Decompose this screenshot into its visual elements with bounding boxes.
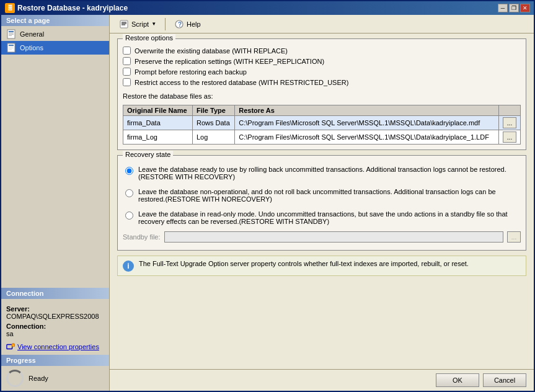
- main-window: 🗄 Restore Database - kadryiplace ─ ❐ ✕ S…: [0, 0, 535, 392]
- help-icon: ?: [174, 19, 184, 29]
- replication-checkbox-row[interactable]: Preserve the replication settings (WITH …: [123, 56, 521, 66]
- row2-browse-cell: ...: [499, 130, 521, 145]
- connection-label: Connection:: [6, 323, 104, 330]
- window-icon: 🗄: [5, 3, 15, 13]
- script-label: Script: [131, 20, 149, 28]
- row2-original: firma_Log: [123, 130, 193, 145]
- prompt-checkbox-row[interactable]: Prompt before restoring each backup: [123, 66, 521, 77]
- table-row: firma_Log Log C:\Program Files\Microsoft…: [123, 130, 521, 145]
- recovery-option-2: Leave the database non-operational, and …: [138, 188, 518, 203]
- help-label: Help: [187, 20, 201, 28]
- close-button[interactable]: ✕: [520, 4, 530, 12]
- recovery-inner: Leave the database ready to use by rolli…: [123, 162, 521, 245]
- overwrite-checkbox[interactable]: [123, 47, 131, 55]
- recovery-radio-3[interactable]: [125, 212, 133, 220]
- script-dropdown-icon: ▼: [151, 21, 156, 27]
- toolbar: Script ▼ ? Help: [110, 15, 534, 33]
- title-bar-left: 🗄 Restore Database - kadryiplace: [5, 3, 128, 13]
- connection-section-title: Connection: [1, 288, 109, 299]
- sidebar: Select a page General: [1, 15, 110, 391]
- restore-options-inner: Overwrite the existing database (WITH RE…: [123, 45, 521, 145]
- col-restore-as: Restore As: [235, 105, 499, 116]
- window-title: Restore Database - kadryiplace: [17, 4, 128, 12]
- sidebar-item-options[interactable]: Options: [1, 41, 109, 55]
- standby-browse-button[interactable]: ...: [507, 231, 521, 243]
- script-icon: [119, 19, 129, 29]
- svg-rect-8: [9, 48, 14, 48]
- svg-rect-7: [9, 47, 14, 47]
- view-connection-properties[interactable]: ! View connection properties: [1, 341, 109, 355]
- table-row: firma_Data Rows Data C:\Program Files\Mi…: [123, 116, 521, 130]
- svg-rect-2: [9, 33, 14, 33]
- prompt-checkbox[interactable]: [123, 68, 131, 76]
- row1-restore-as: C:\Program Files\Microsoft SQL Server\MS…: [235, 116, 499, 130]
- row1-type: Rows Data: [192, 116, 234, 130]
- files-as-label: Restore the database files as:: [123, 92, 521, 100]
- bottom-bar: OK Cancel: [110, 369, 534, 391]
- row1-original: firma_Data: [123, 116, 193, 130]
- svg-rect-6: [9, 45, 14, 46]
- col-browse: [499, 105, 521, 116]
- content-area: Script ▼ ? Help Restore options: [110, 15, 534, 391]
- col-type: File Type: [192, 105, 234, 116]
- minimize-button[interactable]: ─: [498, 4, 508, 12]
- progress-content: Ready: [1, 366, 109, 391]
- svg-text:?: ?: [178, 21, 182, 28]
- replication-label: Preserve the replication settings (WITH …: [135, 58, 324, 65]
- progress-status: Ready: [29, 375, 48, 382]
- recovery-option-3: Leave the database in read-only mode. Un…: [138, 210, 518, 225]
- row2-type: Log: [192, 130, 234, 145]
- col-original: Original File Name: [123, 105, 193, 116]
- svg-rect-9: [9, 49, 12, 50]
- standby-input[interactable]: [164, 231, 503, 243]
- server-value: COMPAQ\SQLEXPRESS2008: [6, 313, 104, 320]
- script-button[interactable]: Script ▼: [115, 17, 161, 31]
- ok-button[interactable]: OK: [436, 373, 479, 387]
- restrict-checkbox-row[interactable]: Restrict access to the restored database…: [123, 77, 521, 87]
- svg-rect-3: [9, 34, 14, 35]
- general-icon: [6, 29, 16, 39]
- title-controls: ─ ❐ ✕: [498, 4, 530, 12]
- recovery-radio-row-3[interactable]: Leave the database in read-only mode. Un…: [123, 207, 521, 229]
- sidebar-item-general[interactable]: General: [1, 27, 109, 41]
- prompt-label: Prompt before restoring each backup: [135, 68, 247, 76]
- svg-rect-10: [7, 345, 12, 349]
- overwrite-label: Overwrite the existing database (WITH RE…: [135, 47, 288, 55]
- main-content: Select a page General: [1, 15, 534, 391]
- svg-rect-4: [9, 35, 12, 36]
- recovery-radio-2[interactable]: [125, 189, 133, 197]
- options-icon: [6, 43, 16, 53]
- recovery-radio-row-1[interactable]: Leave the database ready to use by rolli…: [123, 162, 521, 184]
- cancel-button[interactable]: Cancel: [483, 373, 526, 387]
- recovery-option-1: Leave the database ready to use by rolli…: [138, 166, 518, 180]
- recovery-state-title: Recovery state: [123, 151, 173, 158]
- progress-spinner: [6, 370, 24, 387]
- recovery-radio-row-2[interactable]: Leave the database non-operational, and …: [123, 184, 521, 207]
- row1-browse-cell: ...: [499, 116, 521, 130]
- overwrite-checkbox-row[interactable]: Overwrite the existing database (WITH RE…: [123, 45, 521, 56]
- restrict-checkbox[interactable]: [123, 78, 131, 86]
- row2-restore-as: C:\Program Files\Microsoft SQL Server\MS…: [235, 130, 499, 145]
- title-bar: 🗄 Restore Database - kadryiplace ─ ❐ ✕: [1, 1, 534, 15]
- svg-rect-13: [120, 20, 128, 28]
- help-button[interactable]: ? Help: [170, 17, 205, 31]
- connection-details: Server: COMPAQ\SQLEXPRESS2008 Connection…: [1, 299, 109, 341]
- connection-value: sa: [6, 330, 104, 337]
- sidebar-options-label: Options: [20, 44, 43, 51]
- info-text: The Full-Text Upgrade Option server prop…: [139, 260, 469, 267]
- files-table: Original File Name File Type Restore As …: [123, 105, 521, 145]
- restore-button[interactable]: ❐: [509, 4, 519, 12]
- restore-options-title: Restore options: [123, 34, 175, 42]
- replication-checkbox[interactable]: [123, 57, 131, 65]
- row2-browse-button[interactable]: ...: [503, 131, 516, 143]
- recovery-radio-1[interactable]: [125, 167, 133, 175]
- row1-browse-button[interactable]: ...: [503, 117, 516, 128]
- progress-section-title: Progress: [1, 355, 109, 366]
- view-props-label: View connection properties: [17, 343, 99, 350]
- toolbar-separator: [165, 18, 166, 30]
- restore-options-group: Restore options Overwrite the existing d…: [117, 38, 526, 150]
- scrollable-content: Restore options Overwrite the existing d…: [110, 33, 534, 369]
- standby-row: Standby file: ...: [123, 229, 521, 245]
- standby-label: Standby file:: [123, 233, 161, 241]
- sidebar-general-label: General: [20, 30, 44, 38]
